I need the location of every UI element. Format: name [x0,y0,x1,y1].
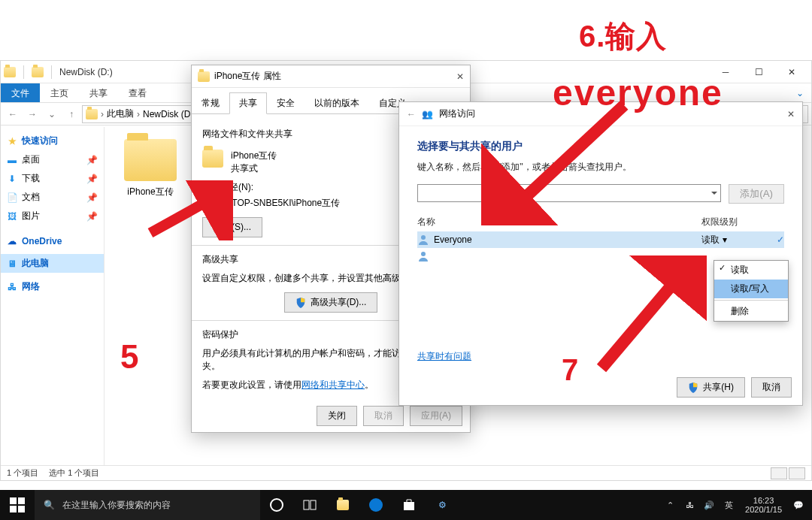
task-view-button[interactable] [260,490,293,520]
arrow-6 [481,98,647,225]
tab-share[interactable]: 共享 [229,92,267,114]
tray-clock[interactable]: 16:23 2020/1/15 [739,496,788,514]
taskbar-app-settings[interactable]: ⚙ [426,490,459,520]
sidebar-item-onedrive[interactable]: ☁OneDrive [1,233,104,249]
tray-notifications-icon[interactable]: 💬 [789,490,807,520]
user-name: Everyone [434,234,701,245]
sidebar-item-documents[interactable]: 📄文档📌 [1,188,104,207]
apply-button: 应用(A) [410,406,462,426]
tab-general[interactable]: 常规 [192,92,229,114]
edge-icon [368,497,383,512]
shield-icon [688,382,698,393]
taskbar-app-explorer[interactable] [326,490,359,520]
view-large-button[interactable] [789,467,805,479]
people-icon: 👥 [422,109,433,119]
tray-network-icon[interactable]: 🖧 [680,490,698,520]
add-button[interactable]: 添加(A) [729,184,784,204]
share-style: 共享式 [231,162,277,175]
tray-time: 16:23 [745,496,782,505]
tab-previous[interactable]: 以前的版本 [304,92,369,114]
svg-rect-11 [311,500,316,509]
sidebar-item-label: 快速访问 [22,135,58,147]
advanced-share-button[interactable]: 高级共享(D)... [284,292,378,313]
svg-rect-10 [304,500,309,509]
tray-volume-icon[interactable]: 🔊 [700,490,718,520]
sidebar-item-desktop[interactable]: ▬桌面📌 [1,150,104,169]
gear-icon: ⚙ [438,500,447,510]
tab-security[interactable]: 安全 [267,92,304,114]
tray-chevron-up-icon[interactable]: ⌃ [661,490,679,520]
button-label: 共享(H) [703,381,734,394]
nav-back-icon[interactable]: ← [4,105,22,123]
user-icon [417,250,429,262]
task-view-button[interactable] [293,490,326,520]
status-selection: 选中 1 个项目 [49,467,99,479]
sidebar-item-quick-access[interactable]: ★ 快速访问 [1,132,104,150]
chevron-down-icon[interactable]: ▾ [723,234,727,245]
svg-rect-5 [10,497,17,504]
tray-ime[interactable]: 英 [720,490,738,520]
popup-item-remove[interactable]: 删除 [714,302,788,321]
view-details-button[interactable] [771,467,787,479]
tray-date: 2020/1/15 [745,505,782,514]
user-icon [417,234,429,246]
svg-rect-8 [18,506,25,512]
ribbon-tab-home[interactable]: 主页 [40,83,79,102]
sharing-trouble-link[interactable]: 共享时有问题 [417,350,471,363]
sidebar-item-network[interactable]: 🖧网络 [1,277,104,296]
close-button[interactable]: ✕ [775,62,808,83]
taskbar-search-input[interactable]: 🔍 在这里输入你要搜索的内容 [35,490,260,520]
close-icon[interactable]: ✕ [787,109,795,119]
popup-item-readwrite[interactable]: 读取/写入 [714,280,788,298]
pc-icon: 🖥 [7,258,17,269]
breadcrumb-segment[interactable]: NewDisk (D:) [143,109,196,119]
sidebar-item-label: OneDrive [22,236,62,246]
arrow-7 [594,255,707,376]
pwd-change-text: 若要更改此设置，请使用 [202,379,301,390]
taskbar-app-store[interactable] [392,490,426,520]
sidebar-item-downloads[interactable]: ⬇下载📌 [1,169,104,188]
close-button[interactable]: 关闭 [317,406,357,426]
dialog-title: 网络访问 [439,107,475,120]
drive-icon [86,109,98,119]
sidebar-item-thispc[interactable]: 🖥此电脑 [1,254,104,273]
folder-icon [198,71,210,82]
sidebar-item-pictures[interactable]: 🖼图片📌 [1,207,104,225]
ribbon-tab-file[interactable]: 文件 [1,83,40,102]
sidebar-item-label: 桌面 [22,153,40,166]
desktop-icon: ▬ [7,155,17,165]
status-bar: 1 个项目 选中 1 个项目 [1,465,811,480]
popup-item-read[interactable]: 读取 [714,261,788,280]
pin-icon: 📌 [86,174,98,184]
breadcrumb-segment[interactable]: 此电脑 [107,107,134,120]
taskview-icon [302,497,317,512]
nav-up-icon[interactable]: ↑ [62,105,80,123]
close-icon[interactable]: ✕ [456,71,464,82]
permission-popup: 读取 读取/写入 删除 [714,260,789,322]
share-confirm-button[interactable]: 共享(H) [677,377,745,398]
start-button[interactable] [0,490,35,520]
sidebar-item-label: 下载 [22,172,40,185]
pin-icon: 📌 [86,192,98,203]
nav-forward-icon[interactable]: → [23,105,41,123]
shield-icon [295,298,306,308]
download-icon: ⬇ [7,174,17,184]
svg-point-9 [271,499,283,511]
svg-point-12 [369,498,383,512]
sidebar-item-label: 网络 [22,280,40,293]
folder-icon [337,500,349,510]
properties-titlebar: iPhone互传 属性 ✕ [192,65,470,88]
ribbon-expand-icon[interactable]: ⌄ [789,83,811,102]
folder-icon [4,67,16,77]
cancel-button[interactable]: 取消 [751,377,792,398]
back-icon[interactable]: ← [407,109,416,119]
ribbon-tab-view[interactable]: 查看 [118,83,157,102]
ribbon-tab-share[interactable]: 共享 [79,83,118,102]
maximize-button[interactable]: ☐ [742,62,775,83]
taskbar-app-edge[interactable] [359,490,392,520]
user-row[interactable]: Everyone 读取 ▾ ✓ [417,231,784,248]
nav-recent-icon[interactable]: ⌄ [43,105,61,123]
share-folder-name: iPhone互传 [231,150,277,162]
column-permission[interactable]: 权限级别 [701,216,784,228]
network-center-link[interactable]: 网络和共享中心 [301,379,365,390]
